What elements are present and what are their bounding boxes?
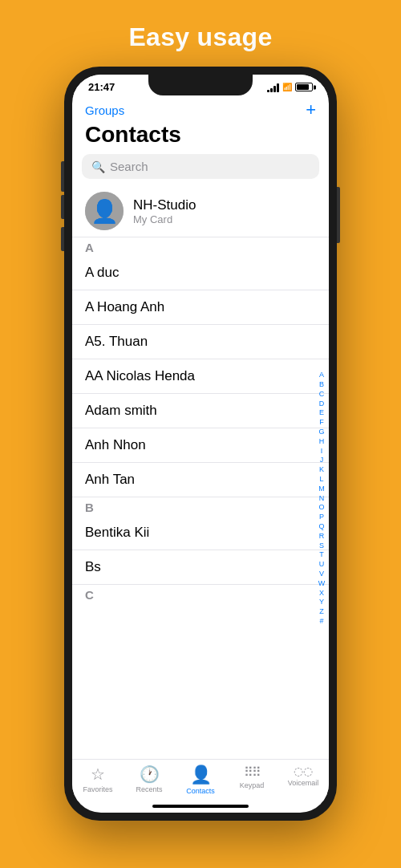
volume-up-button [61, 195, 64, 219]
alpha-g[interactable]: G [316, 428, 327, 436]
alpha-a[interactable]: A [316, 371, 327, 379]
tab-favorites[interactable]: ☆ Favorites [72, 765, 124, 795]
search-placeholder: Search [110, 160, 148, 173]
alpha-i[interactable]: I [316, 447, 327, 456]
contact-anh-nhon[interactable]: Anh Nhon [72, 428, 329, 463]
contact-a-duc[interactable]: A duc [72, 256, 329, 290]
status-icons: 📶 [267, 83, 313, 92]
notch [148, 75, 253, 95]
alpha-n[interactable]: N [316, 494, 327, 503]
phone-screen: 21:47 📶 Groups + [72, 75, 329, 813]
phone-frame: 21:47 📶 Groups + [64, 67, 337, 821]
my-card-row[interactable]: NH-Studio My Card [72, 185, 329, 237]
contact-anh-tan[interactable]: Anh Tan [72, 463, 329, 497]
alpha-q[interactable]: Q [316, 522, 327, 531]
alpha-c[interactable]: C [316, 390, 327, 399]
contacts-app: Groups + Contacts 🔍 Search NH-Studio My … [72, 96, 329, 813]
keypad-icon: ⠿⠿ [244, 765, 260, 780]
alpha-o[interactable]: O [316, 503, 327, 512]
tab-keypad-label: Keypad [240, 781, 265, 789]
status-time: 21:47 [88, 81, 115, 93]
alpha-s[interactable]: S [316, 541, 327, 550]
tab-keypad[interactable]: ⠿⠿ Keypad [226, 765, 277, 795]
tab-recents[interactable]: 🕐 Recents [124, 765, 175, 795]
avatar-image [85, 192, 124, 230]
my-card-info: NH-Studio My Card [133, 197, 196, 225]
alpha-u[interactable]: U [316, 560, 327, 569]
alpha-d[interactable]: D [316, 400, 327, 408]
groups-button[interactable]: Groups [85, 103, 124, 117]
alpha-f[interactable]: F [316, 418, 327, 427]
search-icon: 🔍 [91, 160, 105, 173]
contacts-list: A A duc A Hoang Anh A5. Thuan AA Nicolas… [72, 237, 329, 759]
my-card-name: NH-Studio [133, 197, 196, 213]
alpha-t[interactable]: T [316, 550, 327, 559]
signal-icon [267, 83, 279, 92]
section-header-b: B [72, 497, 329, 516]
tab-contacts[interactable]: 👤 Contacts [175, 765, 226, 795]
alpha-v[interactable]: V [316, 570, 327, 578]
alpha-h[interactable]: H [316, 437, 327, 446]
contacts-top-bar: Groups + [72, 96, 329, 122]
voicemail-icon: ◌◌ [294, 765, 313, 777]
tab-recents-label: Recents [136, 785, 162, 793]
avatar [85, 192, 124, 230]
mute-button [61, 161, 64, 179]
alpha-k[interactable]: K [316, 465, 327, 474]
my-card-label: My Card [133, 213, 196, 225]
alpha-y[interactable]: Y [316, 598, 327, 606]
contact-a-hoang-anh[interactable]: A Hoang Anh [72, 290, 329, 325]
alpha-b[interactable]: B [316, 380, 327, 389]
contacts-title: Contacts [72, 122, 329, 154]
wifi-icon: 📶 [282, 83, 292, 91]
alpha-e[interactable]: E [316, 408, 327, 417]
contact-aa-nicolas-henda[interactable]: AA Nicolas Henda [72, 359, 329, 394]
recents-icon: 🕐 [140, 765, 160, 784]
alpha-j[interactable]: J [316, 456, 327, 464]
favorites-icon: ☆ [91, 765, 105, 784]
contact-bentika-kii[interactable]: Bentika Kii [72, 516, 329, 550]
page-title: Easy usage [128, 22, 272, 52]
tab-voicemail-label: Voicemail [288, 779, 319, 787]
battery-icon [295, 83, 313, 91]
alpha-m[interactable]: M [316, 485, 327, 493]
alphabet-index: A B C D E F G H I J K L M N O P Q [316, 237, 327, 759]
status-bar: 21:47 📶 [72, 75, 329, 96]
search-bar[interactable]: 🔍 Search [82, 154, 319, 179]
tab-voicemail[interactable]: ◌◌ Voicemail [277, 765, 329, 795]
section-header-c: C [72, 585, 329, 603]
contact-adam-smith[interactable]: Adam smith [72, 394, 329, 428]
add-contact-button[interactable]: + [306, 101, 316, 119]
tab-contacts-label: Contacts [186, 787, 215, 795]
volume-down-button [61, 227, 64, 251]
alpha-r[interactable]: R [316, 532, 327, 541]
contact-bs[interactable]: Bs [72, 550, 329, 585]
tab-favorites-label: Favorites [83, 785, 112, 793]
alpha-w[interactable]: W [316, 579, 327, 588]
alpha-p[interactable]: P [316, 513, 327, 521]
section-header-a: A [72, 237, 329, 256]
alpha-z[interactable]: Z [316, 607, 327, 616]
contacts-icon: 👤 [190, 765, 212, 785]
contact-a5-thuan[interactable]: A5. Thuan [72, 325, 329, 359]
home-indicator [152, 805, 249, 808]
tab-bar: ☆ Favorites 🕐 Recents 👤 Contacts ⠿⠿ Keyp… [72, 759, 329, 801]
alpha-hash[interactable]: # [316, 617, 327, 626]
alpha-x[interactable]: X [316, 589, 327, 598]
alpha-l[interactable]: L [316, 475, 327, 484]
